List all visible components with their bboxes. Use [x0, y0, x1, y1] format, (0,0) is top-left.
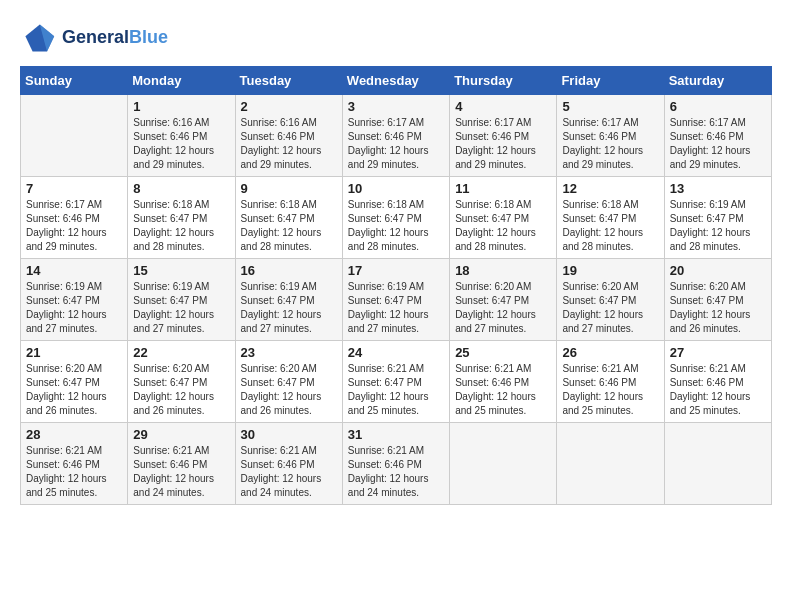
day-number: 7 — [26, 181, 122, 196]
day-info: Sunrise: 6:18 AMSunset: 6:47 PMDaylight:… — [133, 198, 229, 254]
day-number: 12 — [562, 181, 658, 196]
day-info: Sunrise: 6:18 AMSunset: 6:47 PMDaylight:… — [562, 198, 658, 254]
day-number: 26 — [562, 345, 658, 360]
calendar-cell: 5Sunrise: 6:17 AMSunset: 6:46 PMDaylight… — [557, 95, 664, 177]
weekday-header: Friday — [557, 67, 664, 95]
day-info: Sunrise: 6:17 AMSunset: 6:46 PMDaylight:… — [455, 116, 551, 172]
day-number: 18 — [455, 263, 551, 278]
day-number: 23 — [241, 345, 337, 360]
calendar-cell: 9Sunrise: 6:18 AMSunset: 6:47 PMDaylight… — [235, 177, 342, 259]
day-number: 22 — [133, 345, 229, 360]
calendar-cell: 2Sunrise: 6:16 AMSunset: 6:46 PMDaylight… — [235, 95, 342, 177]
day-info: Sunrise: 6:18 AMSunset: 6:47 PMDaylight:… — [241, 198, 337, 254]
day-number: 2 — [241, 99, 337, 114]
calendar-cell: 1Sunrise: 6:16 AMSunset: 6:46 PMDaylight… — [128, 95, 235, 177]
weekday-header: Saturday — [664, 67, 771, 95]
calendar-cell: 7Sunrise: 6:17 AMSunset: 6:46 PMDaylight… — [21, 177, 128, 259]
day-number: 17 — [348, 263, 444, 278]
day-info: Sunrise: 6:20 AMSunset: 6:47 PMDaylight:… — [455, 280, 551, 336]
day-info: Sunrise: 6:16 AMSunset: 6:46 PMDaylight:… — [241, 116, 337, 172]
day-info: Sunrise: 6:21 AMSunset: 6:46 PMDaylight:… — [455, 362, 551, 418]
day-number: 21 — [26, 345, 122, 360]
day-info: Sunrise: 6:19 AMSunset: 6:47 PMDaylight:… — [348, 280, 444, 336]
day-info: Sunrise: 6:19 AMSunset: 6:47 PMDaylight:… — [133, 280, 229, 336]
day-info: Sunrise: 6:21 AMSunset: 6:46 PMDaylight:… — [133, 444, 229, 500]
day-info: Sunrise: 6:17 AMSunset: 6:46 PMDaylight:… — [670, 116, 766, 172]
day-info: Sunrise: 6:19 AMSunset: 6:47 PMDaylight:… — [241, 280, 337, 336]
weekday-header: Monday — [128, 67, 235, 95]
calendar-cell — [557, 423, 664, 505]
day-info: Sunrise: 6:20 AMSunset: 6:47 PMDaylight:… — [241, 362, 337, 418]
day-number: 10 — [348, 181, 444, 196]
calendar-cell: 8Sunrise: 6:18 AMSunset: 6:47 PMDaylight… — [128, 177, 235, 259]
calendar-cell: 23Sunrise: 6:20 AMSunset: 6:47 PMDayligh… — [235, 341, 342, 423]
day-number: 1 — [133, 99, 229, 114]
day-number: 27 — [670, 345, 766, 360]
day-number: 19 — [562, 263, 658, 278]
day-number: 14 — [26, 263, 122, 278]
day-info: Sunrise: 6:17 AMSunset: 6:46 PMDaylight:… — [26, 198, 122, 254]
calendar-cell: 15Sunrise: 6:19 AMSunset: 6:47 PMDayligh… — [128, 259, 235, 341]
day-info: Sunrise: 6:21 AMSunset: 6:46 PMDaylight:… — [562, 362, 658, 418]
calendar-cell — [450, 423, 557, 505]
day-info: Sunrise: 6:20 AMSunset: 6:47 PMDaylight:… — [26, 362, 122, 418]
calendar-cell — [664, 423, 771, 505]
calendar-cell: 26Sunrise: 6:21 AMSunset: 6:46 PMDayligh… — [557, 341, 664, 423]
calendar-cell: 16Sunrise: 6:19 AMSunset: 6:47 PMDayligh… — [235, 259, 342, 341]
calendar-cell: 14Sunrise: 6:19 AMSunset: 6:47 PMDayligh… — [21, 259, 128, 341]
calendar-cell: 12Sunrise: 6:18 AMSunset: 6:47 PMDayligh… — [557, 177, 664, 259]
day-info: Sunrise: 6:19 AMSunset: 6:47 PMDaylight:… — [670, 198, 766, 254]
day-number: 5 — [562, 99, 658, 114]
calendar-cell: 11Sunrise: 6:18 AMSunset: 6:47 PMDayligh… — [450, 177, 557, 259]
day-info: Sunrise: 6:19 AMSunset: 6:47 PMDaylight:… — [26, 280, 122, 336]
day-number: 20 — [670, 263, 766, 278]
day-number: 3 — [348, 99, 444, 114]
day-number: 25 — [455, 345, 551, 360]
logo-text: GeneralBlue — [62, 28, 168, 48]
calendar-cell: 19Sunrise: 6:20 AMSunset: 6:47 PMDayligh… — [557, 259, 664, 341]
calendar-cell: 30Sunrise: 6:21 AMSunset: 6:46 PMDayligh… — [235, 423, 342, 505]
weekday-header: Wednesday — [342, 67, 449, 95]
calendar-cell: 31Sunrise: 6:21 AMSunset: 6:46 PMDayligh… — [342, 423, 449, 505]
calendar-cell: 17Sunrise: 6:19 AMSunset: 6:47 PMDayligh… — [342, 259, 449, 341]
day-number: 4 — [455, 99, 551, 114]
day-info: Sunrise: 6:21 AMSunset: 6:46 PMDaylight:… — [670, 362, 766, 418]
day-number: 11 — [455, 181, 551, 196]
day-info: Sunrise: 6:18 AMSunset: 6:47 PMDaylight:… — [348, 198, 444, 254]
calendar-cell: 21Sunrise: 6:20 AMSunset: 6:47 PMDayligh… — [21, 341, 128, 423]
day-info: Sunrise: 6:21 AMSunset: 6:46 PMDaylight:… — [26, 444, 122, 500]
calendar-table: SundayMondayTuesdayWednesdayThursdayFrid… — [20, 66, 772, 505]
weekday-header: Sunday — [21, 67, 128, 95]
day-info: Sunrise: 6:20 AMSunset: 6:47 PMDaylight:… — [670, 280, 766, 336]
calendar-cell: 13Sunrise: 6:19 AMSunset: 6:47 PMDayligh… — [664, 177, 771, 259]
logo-icon — [20, 20, 56, 56]
weekday-header: Thursday — [450, 67, 557, 95]
calendar-cell: 6Sunrise: 6:17 AMSunset: 6:46 PMDaylight… — [664, 95, 771, 177]
day-info: Sunrise: 6:20 AMSunset: 6:47 PMDaylight:… — [562, 280, 658, 336]
day-info: Sunrise: 6:17 AMSunset: 6:46 PMDaylight:… — [562, 116, 658, 172]
calendar-cell — [21, 95, 128, 177]
day-number: 6 — [670, 99, 766, 114]
calendar-cell: 4Sunrise: 6:17 AMSunset: 6:46 PMDaylight… — [450, 95, 557, 177]
calendar-cell: 27Sunrise: 6:21 AMSunset: 6:46 PMDayligh… — [664, 341, 771, 423]
day-number: 28 — [26, 427, 122, 442]
weekday-header: Tuesday — [235, 67, 342, 95]
day-info: Sunrise: 6:16 AMSunset: 6:46 PMDaylight:… — [133, 116, 229, 172]
calendar-cell: 22Sunrise: 6:20 AMSunset: 6:47 PMDayligh… — [128, 341, 235, 423]
calendar-cell: 28Sunrise: 6:21 AMSunset: 6:46 PMDayligh… — [21, 423, 128, 505]
day-info: Sunrise: 6:21 AMSunset: 6:46 PMDaylight:… — [241, 444, 337, 500]
logo: GeneralBlue — [20, 20, 168, 56]
day-number: 13 — [670, 181, 766, 196]
calendar-cell: 10Sunrise: 6:18 AMSunset: 6:47 PMDayligh… — [342, 177, 449, 259]
day-info: Sunrise: 6:21 AMSunset: 6:47 PMDaylight:… — [348, 362, 444, 418]
day-number: 30 — [241, 427, 337, 442]
day-number: 15 — [133, 263, 229, 278]
page-header: GeneralBlue — [20, 20, 772, 56]
day-info: Sunrise: 6:18 AMSunset: 6:47 PMDaylight:… — [455, 198, 551, 254]
day-info: Sunrise: 6:17 AMSunset: 6:46 PMDaylight:… — [348, 116, 444, 172]
day-number: 16 — [241, 263, 337, 278]
day-info: Sunrise: 6:20 AMSunset: 6:47 PMDaylight:… — [133, 362, 229, 418]
day-number: 9 — [241, 181, 337, 196]
calendar-cell: 3Sunrise: 6:17 AMSunset: 6:46 PMDaylight… — [342, 95, 449, 177]
day-number: 29 — [133, 427, 229, 442]
